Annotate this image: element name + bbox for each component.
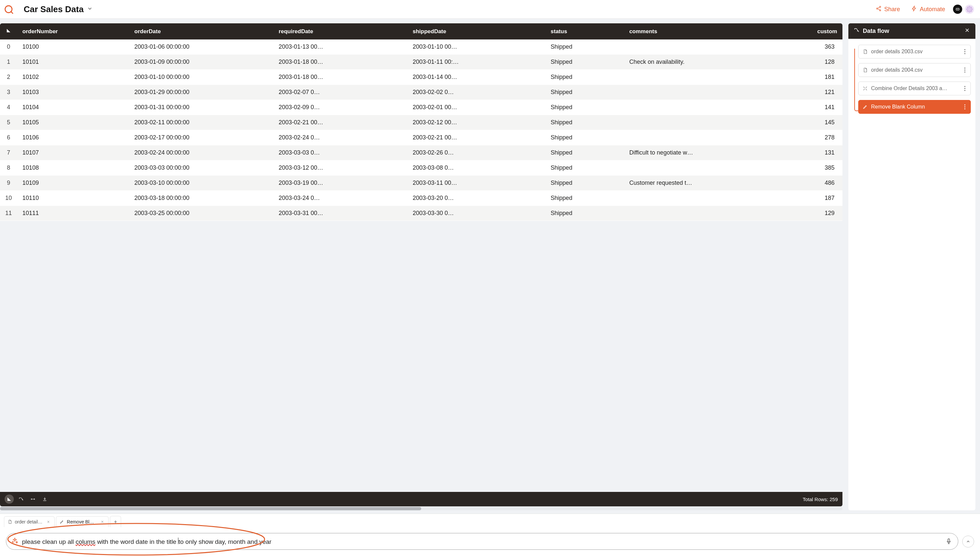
flow-item[interactable]: Remove Blank Column — [858, 100, 971, 114]
cell-requiredDate[interactable]: 2003-01-13 00… — [273, 39, 407, 55]
user-avatar[interactable] — [953, 5, 962, 14]
cell-orderDate[interactable]: 2003-01-10 00:00:00 — [129, 70, 273, 85]
cell-orderDate[interactable]: 2003-01-29 00:00:00 — [129, 85, 273, 100]
cell-requiredDate[interactable]: 2003-03-03 0… — [273, 145, 407, 160]
cell-custom[interactable]: 129 — [768, 206, 843, 221]
cell-orderNumber[interactable]: 10111 — [17, 206, 129, 221]
close-panel-icon[interactable] — [964, 27, 970, 35]
cell-requiredDate[interactable]: 2003-03-24 0… — [273, 191, 407, 206]
prompt-input-box[interactable]: please clean up all colums with the word… — [6, 533, 958, 550]
col-orderDate[interactable]: orderDate — [129, 23, 273, 39]
cell-requiredDate[interactable]: 2003-03-19 00… — [273, 176, 407, 191]
cell-requiredDate[interactable]: 2003-02-09 0… — [273, 100, 407, 115]
cell-requiredDate[interactable]: 2003-03-12 00… — [273, 160, 407, 176]
add-tab-button[interactable] — [110, 516, 121, 527]
table-row[interactable]: 7101072003-02-24 00:00:002003-03-03 0…20… — [0, 145, 843, 160]
cell-comments[interactable] — [624, 85, 768, 100]
table-row[interactable]: 10101102003-03-18 00:00:002003-03-24 0…2… — [0, 191, 843, 206]
cell-orderNumber[interactable]: 10109 — [17, 176, 129, 191]
more-icon[interactable] — [962, 104, 967, 110]
cell-shippedDate[interactable]: 2003-01-11 00:… — [407, 55, 545, 70]
data-table[interactable]: orderNumber orderDate requiredDate shipp… — [0, 23, 843, 221]
cell-custom[interactable]: 145 — [768, 115, 843, 130]
cell-custom[interactable]: 187 — [768, 191, 843, 206]
cell-comments[interactable] — [624, 115, 768, 130]
table-row[interactable]: 3101032003-01-29 00:00:002003-02-07 0…20… — [0, 85, 843, 100]
cell-custom[interactable]: 141 — [768, 100, 843, 115]
tab[interactable]: order detail… — [4, 516, 55, 527]
cell-custom[interactable]: 128 — [768, 55, 843, 70]
cell-comments[interactable] — [624, 191, 768, 206]
cell-orderNumber[interactable]: 10102 — [17, 70, 129, 85]
table-row[interactable]: 11101112003-03-25 00:00:002003-03-31 00…… — [0, 206, 843, 221]
col-custom[interactable]: custom — [768, 23, 843, 39]
cell-orderDate[interactable]: 2003-01-31 00:00:00 — [129, 100, 273, 115]
share-button[interactable]: Share — [875, 6, 900, 13]
cell-orderDate[interactable]: 2003-02-24 00:00:00 — [129, 145, 273, 160]
cell-status[interactable]: Shipped — [545, 70, 624, 85]
cell-orderDate[interactable]: 2003-03-03 00:00:00 — [129, 160, 273, 176]
cell-orderNumber[interactable]: 10105 — [17, 115, 129, 130]
footer-flow-icon[interactable] — [16, 495, 26, 504]
cell-comments[interactable]: Check on availability. — [624, 55, 768, 70]
row-index-header[interactable] — [0, 23, 17, 39]
cell-shippedDate[interactable]: 2003-03-11 00… — [407, 176, 545, 191]
prompt-input[interactable]: please clean up all colums with the word… — [22, 537, 941, 546]
cell-shippedDate[interactable]: 2003-03-20 0… — [407, 191, 545, 206]
cell-custom[interactable]: 385 — [768, 160, 843, 176]
table-row[interactable]: 8101082003-03-03 00:00:002003-03-12 00…2… — [0, 160, 843, 176]
tab[interactable]: Remove Bla… — [56, 516, 109, 527]
footer-edit-mode-icon[interactable] — [5, 495, 14, 504]
title-dropdown-icon[interactable] — [87, 6, 93, 13]
cell-comments[interactable] — [624, 206, 768, 221]
col-orderNumber[interactable]: orderNumber — [17, 23, 129, 39]
table-row[interactable]: 9101092003-03-10 00:00:002003-03-19 00…2… — [0, 176, 843, 191]
cell-requiredDate[interactable]: 2003-02-24 0… — [273, 130, 407, 145]
cell-comments[interactable] — [624, 39, 768, 55]
cell-comments[interactable] — [624, 100, 768, 115]
col-requiredDate[interactable]: requiredDate — [273, 23, 407, 39]
footer-resize-icon[interactable] — [28, 495, 38, 504]
cell-orderDate[interactable]: 2003-03-25 00:00:00 — [129, 206, 273, 221]
cell-custom[interactable]: 121 — [768, 85, 843, 100]
cell-orderNumber[interactable]: 10104 — [17, 100, 129, 115]
table-row[interactable]: 1101012003-01-09 00:00:002003-01-18 00…2… — [0, 55, 843, 70]
cell-shippedDate[interactable]: 2003-02-12 00… — [407, 115, 545, 130]
more-icon[interactable] — [962, 48, 967, 55]
flow-item[interactable]: order details 2003.csv — [858, 45, 971, 59]
cell-status[interactable]: Shipped — [545, 160, 624, 176]
cell-requiredDate[interactable]: 2003-03-31 00… — [273, 206, 407, 221]
cell-orderNumber[interactable]: 10108 — [17, 160, 129, 176]
cell-orderDate[interactable]: 2003-01-09 00:00:00 — [129, 55, 273, 70]
cell-orderDate[interactable]: 2003-01-06 00:00:00 — [129, 39, 273, 55]
cell-shippedDate[interactable]: 2003-02-01 00… — [407, 100, 545, 115]
cell-shippedDate[interactable]: 2003-02-26 0… — [407, 145, 545, 160]
cell-orderNumber[interactable]: 10101 — [17, 55, 129, 70]
cell-status[interactable]: Shipped — [545, 55, 624, 70]
cell-orderDate[interactable]: 2003-02-17 00:00:00 — [129, 130, 273, 145]
table-row[interactable]: 2101022003-01-10 00:00:002003-01-18 00…2… — [0, 70, 843, 85]
cell-custom[interactable]: 486 — [768, 176, 843, 191]
cell-orderNumber[interactable]: 10107 — [17, 145, 129, 160]
cell-status[interactable]: Shipped — [545, 39, 624, 55]
cell-orderNumber[interactable]: 10103 — [17, 85, 129, 100]
cell-comments[interactable]: Difficult to negotiate w… — [624, 145, 768, 160]
horizontal-scrollbar[interactable] — [0, 507, 843, 510]
col-comments[interactable]: comments — [624, 23, 768, 39]
cell-shippedDate[interactable]: 2003-03-30 0… — [407, 206, 545, 221]
cell-orderDate[interactable]: 2003-03-10 00:00:00 — [129, 176, 273, 191]
cell-orderNumber[interactable]: 10100 — [17, 39, 129, 55]
close-tab-icon[interactable] — [46, 520, 51, 524]
flow-item[interactable]: Combine Order Details 2003 a… — [858, 81, 971, 95]
cell-comments[interactable] — [624, 70, 768, 85]
cell-status[interactable]: Shipped — [545, 191, 624, 206]
cell-requiredDate[interactable]: 2003-02-07 0… — [273, 85, 407, 100]
cell-orderNumber[interactable]: 10106 — [17, 130, 129, 145]
cell-status[interactable]: Shipped — [545, 115, 624, 130]
cell-comments[interactable] — [624, 160, 768, 176]
cell-status[interactable]: Shipped — [545, 100, 624, 115]
table-row[interactable]: 0101002003-01-06 00:00:002003-01-13 00…2… — [0, 39, 843, 55]
cell-custom[interactable]: 181 — [768, 70, 843, 85]
col-shippedDate[interactable]: shippedDate — [407, 23, 545, 39]
cell-custom[interactable]: 278 — [768, 130, 843, 145]
